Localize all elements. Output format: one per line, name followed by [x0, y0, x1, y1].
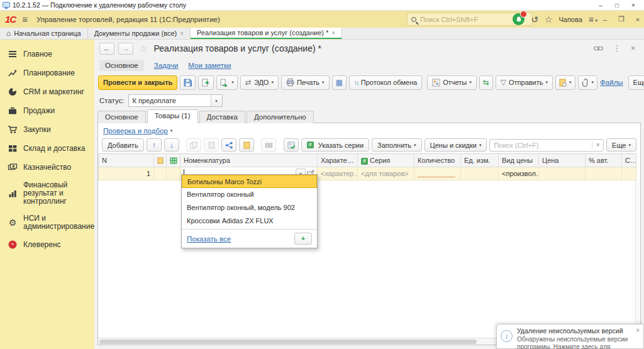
tab-close-icon[interactable]: ×: [180, 30, 184, 37]
rdp-minimize-icon[interactable]: –: [592, 2, 609, 9]
cell-unit[interactable]: [461, 167, 499, 180]
col-price[interactable]: Цена: [539, 154, 586, 167]
col-price-kind[interactable]: Вид цены: [499, 154, 539, 167]
sidebar-item-sales[interactable]: Продажи: [0, 101, 94, 120]
notification-popup[interactable]: i Удаление неиспользуемых версий × Обнар…: [496, 324, 644, 349]
favorite-star-icon[interactable]: ☆: [140, 43, 148, 53]
dropdown-item[interactable]: Вентилятор оконный, модель 902: [182, 201, 317, 214]
show-all-link[interactable]: Показать все: [187, 235, 231, 243]
files-link[interactable]: Файлы: [600, 79, 623, 86]
col-series[interactable]: #Серия: [358, 154, 414, 167]
favorites-star-icon[interactable]: ☆: [545, 14, 553, 25]
rdp-close-icon[interactable]: ×: [625, 2, 641, 9]
dropdown-item[interactable]: Вентилятор оконный: [182, 188, 317, 201]
edo-button[interactable]: ⇄ ЭДО ▾: [240, 75, 279, 90]
cell-content[interactable]: [167, 167, 180, 180]
sidebar-item-treasury[interactable]: Казначейство: [0, 158, 94, 177]
col-nomenclature[interactable]: Номенклатура: [180, 154, 318, 167]
nav-tasks[interactable]: Задачи: [154, 62, 179, 69]
print-button[interactable]: Печать ▾: [281, 75, 330, 90]
delete-row-button[interactable]: [204, 138, 219, 152]
change-button[interactable]: [239, 138, 254, 152]
reports-button[interactable]: Отчеты ▾: [427, 75, 477, 90]
scrollbar-thumb[interactable]: [99, 340, 477, 344]
save-button[interactable]: [180, 75, 196, 90]
cell-auto-pct[interactable]: [586, 167, 622, 180]
cell-change[interactable]: [154, 167, 167, 180]
prices-discounts-button[interactable]: Цены и скидки▾: [425, 138, 487, 152]
col-quantity[interactable]: Количество: [414, 154, 461, 167]
post-document-button[interactable]: [198, 75, 214, 90]
sidebar-item-kleverens[interactable]: Клеверенс: [0, 235, 94, 254]
sidebar-item-crm[interactable]: CRM и маркетинг: [0, 82, 94, 101]
col-auto-pct[interactable]: % авт.: [586, 154, 622, 167]
cell-sum[interactable]: [622, 167, 636, 180]
copy-row-button[interactable]: [186, 138, 201, 152]
cell-price[interactable]: [539, 167, 586, 180]
app-minimize-icon[interactable]: –: [600, 16, 610, 23]
cell-series[interactable]: <для товаров>: [358, 167, 414, 180]
col-sum[interactable]: Сумма: [622, 154, 636, 167]
move-up-button[interactable]: ↑: [147, 138, 162, 152]
table-more-button[interactable]: Еще▾: [606, 138, 636, 152]
create-new-button[interactable]: +: [294, 233, 312, 245]
doc-versions-button[interactable]: ▾: [555, 75, 575, 90]
table-search-input[interactable]: [490, 141, 592, 149]
tab-realization[interactable]: Реализация товаров и услуг (создание) * …: [191, 28, 342, 39]
cell-characteristic[interactable]: <характер…: [318, 167, 358, 180]
share-button[interactable]: [221, 138, 236, 152]
nav-main[interactable]: Основное: [99, 60, 144, 71]
fill-button[interactable]: Заполнить▾: [372, 138, 422, 152]
status-combobox[interactable]: К предоплате ▾: [128, 94, 223, 107]
more-button[interactable]: Еще▾: [628, 75, 644, 90]
sidebar-item-nsi[interactable]: ⚙ НСИ и администрирование: [0, 210, 94, 235]
link-icon[interactable]: [594, 45, 603, 52]
col-change-icon[interactable]: [154, 154, 167, 167]
cell-price-kind[interactable]: <произвол…: [499, 167, 539, 180]
doc-report-button[interactable]: ▦: [332, 75, 347, 90]
main-menu-icon[interactable]: ≡: [22, 14, 28, 25]
exchange-protocol-button[interactable]: ↑↓ Протокол обмена: [349, 75, 422, 90]
sidebar-item-finance[interactable]: Финансовый результат и контроллинг: [0, 177, 94, 210]
check-fill-button[interactable]: [284, 138, 299, 152]
nav-notes[interactable]: Мои заметки: [188, 62, 231, 69]
notification-body[interactable]: Обнаружены неиспользуемые версии програм…: [517, 336, 640, 349]
discussion-button[interactable]: ⇆: [479, 75, 493, 90]
rdp-maximize-icon[interactable]: □: [609, 2, 625, 9]
col-characteristic[interactable]: Характеристика: [318, 154, 358, 167]
tab-delivery[interactable]: Доставка: [199, 111, 245, 123]
cell-n[interactable]: 1: [99, 167, 154, 180]
vertical-scrollbar[interactable]: [635, 180, 640, 338]
app-close-icon[interactable]: ×: [633, 16, 643, 23]
tab-home[interactable]: ⌂ Начальная страница: [0, 28, 88, 39]
table-search[interactable]: ×: [489, 139, 604, 152]
cell-quantity[interactable]: [414, 167, 461, 180]
create-based-on-button[interactable]: ▾: [216, 75, 238, 90]
back-button[interactable]: ←: [99, 43, 114, 55]
tab-close-icon[interactable]: ×: [331, 30, 335, 36]
document-close-icon[interactable]: ×: [631, 44, 635, 53]
sidebar-item-warehouse[interactable]: Склад и доставка: [0, 139, 94, 158]
clear-search-icon[interactable]: ×: [592, 141, 603, 148]
forward-button[interactable]: →: [118, 43, 133, 55]
current-user[interactable]: Чапова: [558, 16, 582, 23]
combo-caret-icon[interactable]: ▾: [211, 95, 222, 106]
set-series-button[interactable]: # Указать серии: [301, 138, 369, 152]
notification-close-icon[interactable]: ×: [636, 327, 640, 335]
check-and-pick-link[interactable]: Проверка и подбор: [103, 127, 168, 135]
dropdown-item[interactable]: Ботильоны Marco Tozzi: [182, 175, 317, 188]
col-unit[interactable]: Ед. изм.: [461, 154, 499, 167]
col-content-icon[interactable]: [167, 154, 180, 167]
tab-sales-docs[interactable]: Документы продажи (все) ×: [88, 28, 191, 39]
service-menu-icon[interactable]: ≡▾: [589, 14, 594, 25]
sidebar-item-planning[interactable]: Планирование: [0, 64, 94, 82]
tab-extra[interactable]: Дополнительно: [247, 111, 314, 123]
tab-goods[interactable]: Товары (1): [147, 109, 198, 123]
move-down-button[interactable]: ↓: [164, 138, 179, 152]
add-row-button[interactable]: Добавить: [102, 138, 144, 152]
send-button[interactable]: ▽ Отправить ▾: [496, 75, 553, 90]
post-and-close-button[interactable]: Провести и закрыть: [98, 75, 177, 90]
global-search-input[interactable]: [420, 16, 521, 23]
attachments-button[interactable]: ▾: [578, 75, 598, 90]
col-n[interactable]: N: [99, 154, 154, 167]
